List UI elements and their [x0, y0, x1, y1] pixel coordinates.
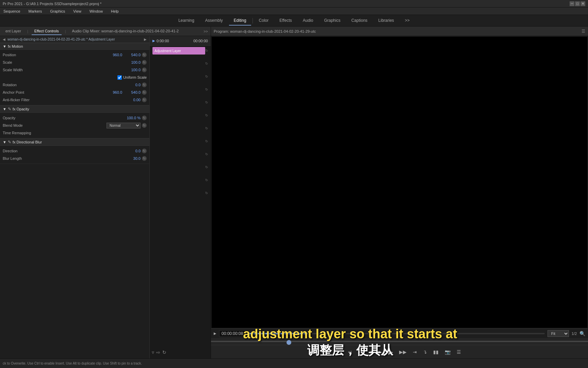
- blur-collapse-icon: ▼: [3, 140, 6, 144]
- reset-5[interactable]: ↻: [203, 99, 210, 106]
- reset-10[interactable]: ↻: [203, 164, 210, 170]
- reset-1[interactable]: ↻: [203, 47, 210, 54]
- ec-nav-arrow-left[interactable]: ◀: [3, 37, 5, 41]
- motion-collapse-icon: ▼: [3, 44, 6, 48]
- scale-width-reset[interactable]: ↻: [142, 67, 147, 72]
- flicker-reset[interactable]: ↻: [142, 97, 147, 102]
- mark-out-btn[interactable]: ↵: [346, 348, 354, 356]
- panel-overflow[interactable]: >>: [203, 29, 208, 33]
- play-btn[interactable]: ▶: [386, 347, 395, 357]
- step-forward-many-btn[interactable]: ⇥: [411, 348, 419, 356]
- panel-header: ent Layer | Effect Controls | Audio Clip…: [0, 27, 211, 36]
- blur-length-value[interactable]: 30.0: [120, 156, 141, 160]
- filter-icon[interactable]: ▿: [152, 350, 154, 355]
- uniform-scale-row: Uniform Scale: [0, 74, 149, 81]
- menu-sequence[interactable]: Sequence: [2, 9, 22, 14]
- blend-mode-select[interactable]: Normal: [107, 123, 141, 128]
- tab-effects[interactable]: Effects: [275, 16, 296, 26]
- menu-help[interactable]: Help: [110, 9, 120, 14]
- opacity-reset[interactable]: ↻: [142, 116, 147, 120]
- reset-11[interactable]: ↻: [203, 177, 210, 183]
- reset-6[interactable]: ↻: [203, 112, 210, 119]
- maximize-btn[interactable]: □: [575, 1, 580, 6]
- app-title: Pr Pro 2021 - G:\A9.1 Projects SSD\sampl…: [3, 2, 570, 6]
- menu-graphics[interactable]: Graphics: [49, 9, 66, 14]
- menu-markers[interactable]: Markers: [27, 9, 44, 14]
- ec-bottom-icons: ▿ ⇨ ↻: [152, 350, 166, 355]
- mark-in-btn[interactable]: ↴: [336, 348, 344, 356]
- monitor-menu-icon[interactable]: ☰: [582, 29, 585, 34]
- ec-timeline-header: ▶ 0:00:00 00:00:00: [150, 36, 211, 46]
- tab-graphics[interactable]: Graphics: [319, 16, 345, 26]
- rotation-value[interactable]: 0.0: [120, 83, 141, 87]
- step-back-btn[interactable]: ◀: [366, 348, 374, 356]
- monitor-scrubber[interactable]: [211, 338, 588, 345]
- rotation-reset[interactable]: ↻: [142, 82, 147, 87]
- monitor-timecode[interactable]: 00:00:00:08: [219, 330, 245, 337]
- tab-audio[interactable]: Audio: [298, 16, 318, 26]
- settings-btn[interactable]: ☰: [455, 348, 463, 356]
- status-bar: ck to Overwrite. Use Ctrl to enable Inse…: [0, 358, 588, 368]
- anchor-point-label: Anchor Point: [3, 90, 102, 94]
- menu-view[interactable]: View: [72, 9, 83, 14]
- anchor-x[interactable]: 960.0: [102, 90, 122, 94]
- tab-captions[interactable]: Captions: [346, 16, 372, 26]
- minimize-btn[interactable]: ─: [570, 1, 574, 6]
- reset-4[interactable]: ↻: [203, 86, 210, 93]
- overwrite-btn[interactable]: ▮▮: [431, 348, 441, 356]
- scale-value[interactable]: 100.0: [120, 60, 141, 64]
- menu-window[interactable]: Window: [88, 9, 104, 14]
- motion-section-title[interactable]: ▼ fx Motion: [0, 43, 149, 50]
- window-controls[interactable]: ─ □ ✕: [570, 1, 585, 6]
- fit-dropdown[interactable]: Fit 25% 50% 75% 100%: [548, 330, 569, 337]
- zoom-icon[interactable]: 🔍: [579, 331, 585, 336]
- anchor-reset[interactable]: ↻: [142, 90, 147, 95]
- blur-length-label: Blur Length: [3, 156, 120, 160]
- monitor-progress-bar[interactable]: [248, 333, 544, 334]
- blur-direction-value[interactable]: 0.0: [120, 149, 141, 153]
- blur-length-reset[interactable]: ↻: [142, 156, 147, 161]
- nav-overflow[interactable]: >>: [400, 16, 414, 26]
- anchor-y[interactable]: 540.0: [124, 90, 141, 94]
- step-forward-btn[interactable]: ▶: [376, 348, 384, 356]
- reset-7[interactable]: ↻: [203, 125, 210, 132]
- source-tab[interactable]: ent Layer: [3, 28, 24, 35]
- reset-3[interactable]: ↻: [203, 73, 210, 80]
- insert-btn[interactable]: ↴: [421, 348, 429, 356]
- adjustment-block[interactable]: Adjustment Layer: [152, 47, 205, 55]
- resolution-label: 1/2: [572, 332, 577, 336]
- reset-8[interactable]: ↻: [203, 138, 210, 144]
- tab-learning[interactable]: Learning: [174, 16, 199, 26]
- scale-reset[interactable]: ↻: [142, 60, 147, 65]
- opacity-value[interactable]: 100.0 %: [120, 116, 141, 120]
- blend-mode-reset[interactable]: ↻: [142, 123, 147, 128]
- uniform-scale-checkbox[interactable]: [117, 75, 122, 80]
- position-x[interactable]: 960.0: [102, 53, 122, 57]
- reset-9[interactable]: ↻: [203, 151, 210, 157]
- blend-mode-row: Blend Mode Normal ↻: [0, 122, 149, 129]
- effect-controls-tab[interactable]: Effect Controls: [32, 28, 62, 35]
- tab-libraries[interactable]: Libraries: [374, 16, 399, 26]
- tab-color[interactable]: Color: [254, 16, 274, 26]
- position-y[interactable]: 540.0: [124, 53, 141, 57]
- scale-width-value[interactable]: 100.0: [120, 68, 141, 72]
- blur-direction-reset[interactable]: ↻: [142, 149, 147, 153]
- reset-12[interactable]: ↻: [203, 189, 210, 196]
- export-icon[interactable]: ⇨: [156, 350, 160, 355]
- tab-editing[interactable]: Editing: [229, 16, 251, 26]
- play-out-btn[interactable]: ▶▶: [397, 348, 409, 356]
- scrubber-handle[interactable]: [287, 340, 291, 345]
- blur-section-title[interactable]: ▼ ✎ fx Directional Blur: [0, 138, 149, 146]
- reset-all-icon[interactable]: ↻: [162, 350, 166, 355]
- position-reset[interactable]: ↻: [142, 52, 147, 57]
- close-btn[interactable]: ✕: [581, 1, 585, 6]
- reset-2[interactable]: ↻: [203, 60, 210, 67]
- opacity-section-title[interactable]: ▼ ✎ fx Opacity: [0, 105, 149, 113]
- ec-nav-arrow-right[interactable]: ▶: [144, 37, 147, 41]
- step-back-many-btn[interactable]: ⇤: [356, 348, 364, 356]
- export-frame-btn[interactable]: 📷: [443, 348, 453, 356]
- flicker-value[interactable]: 0.00: [120, 98, 141, 102]
- audio-clip-mixer-tab[interactable]: Audio Clip Mixer: woman-dj-dancing-in-cl…: [69, 28, 182, 35]
- scale-width-row: Scale Width 100.0 ↻: [0, 66, 149, 74]
- tab-assembly[interactable]: Assembly: [200, 16, 228, 26]
